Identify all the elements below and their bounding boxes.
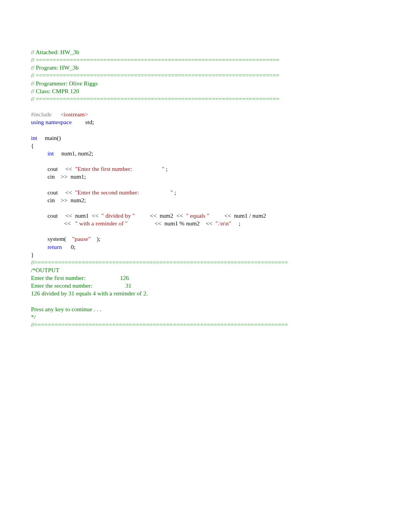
return-line: return 0; xyxy=(31,243,380,251)
comment-divider: // =====================================… xyxy=(31,95,380,103)
cout-result: cout << num1 << " divided by " << num2 <… xyxy=(31,212,380,220)
comment-divider: // =====================================… xyxy=(31,72,380,79)
blank-line xyxy=(31,204,380,212)
blank-line xyxy=(31,103,380,111)
output-line1: Enter the first number: 126 xyxy=(31,274,380,282)
include-line: #include <iostream> xyxy=(31,111,380,118)
comment-divider: //======================================… xyxy=(31,321,380,329)
cout-first-prompt: cout << "Enter the first number: " ; xyxy=(31,165,380,173)
cin-first: cin >> num1; xyxy=(31,173,380,181)
blank-line xyxy=(31,181,380,188)
blank-line xyxy=(31,298,380,305)
output-start: /*OUTPUT xyxy=(31,266,380,274)
cout-second-prompt: cout << "Enter the second number: " ; xyxy=(31,189,380,196)
blank-line xyxy=(31,227,380,235)
comment-programmer: // Programmer: Olive Riggs xyxy=(31,80,380,87)
using-line: using namespace std; xyxy=(31,118,380,126)
comment-class: // Class: CMPR 120 xyxy=(31,87,380,95)
comment-divider: // =====================================… xyxy=(31,56,380,64)
comment-program: // Program: HW_3b xyxy=(31,64,380,72)
blank-line xyxy=(31,157,380,165)
output-press-any-key: Press any key to continue . . . xyxy=(31,305,380,313)
cout-result-cont: << " with a reminder of " << num1 % num2… xyxy=(31,220,380,227)
comment-attached: // Attached: HW_3b xyxy=(31,48,380,56)
output-line2: Enter the second number: 31 xyxy=(31,282,380,290)
brace-open: { xyxy=(31,142,380,150)
main-decl: int main() xyxy=(31,134,380,142)
output-line3: 126 divided by 31 equals 4 with a remind… xyxy=(31,290,380,297)
brace-close: } xyxy=(31,251,380,259)
comment-divider: //======================================… xyxy=(31,259,380,266)
cin-second: cin >> num2; xyxy=(31,196,380,204)
blank-line xyxy=(31,126,380,134)
system-pause: system( "pause" ); xyxy=(31,235,380,243)
output-end: */ xyxy=(31,313,380,321)
var-decl: int num1, num2; xyxy=(31,150,380,157)
